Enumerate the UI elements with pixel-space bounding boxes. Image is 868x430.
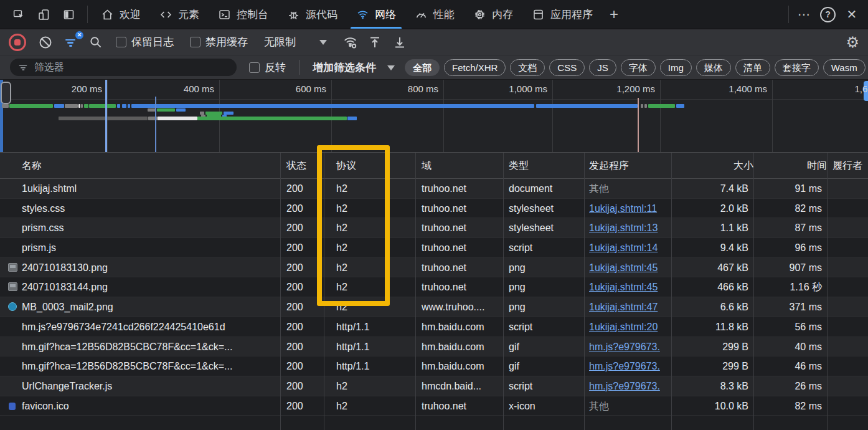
filter-pill-Img[interactable]: Img (660, 59, 692, 76)
column-header-name[interactable]: 名称 (0, 153, 302, 179)
column-header-status[interactable]: 状态 (280, 153, 330, 179)
initiator-link[interactable]: 1ukijaj.shtml:11 (589, 203, 657, 214)
initiator-link[interactable]: 1ukijaj.shtml:13 (589, 222, 658, 233)
request-row[interactable]: styles.css200h2truhoo.netstylesheet1ukij… (0, 199, 868, 219)
request-row[interactable]: MB_0003_mail2.png200h2www.truhoo....png1… (0, 297, 868, 317)
more-options-icon[interactable]: ⋯ (793, 4, 815, 25)
disable-cache-checkbox[interactable]: 禁用缓存 (190, 35, 248, 49)
request-row[interactable]: 1ukijaj.shtml200h2truhoo.netdocument其他7.… (0, 179, 868, 199)
request-row[interactable]: UrlChangeTracker.js200h2hmcdn.baid...scr… (0, 376, 868, 396)
request-status: 200 (280, 396, 324, 416)
add-tab-button[interactable]: + (602, 0, 626, 29)
add-filter-dropdown[interactable]: 增加筛选条件 (313, 60, 376, 75)
request-name: 240710183144.png (0, 277, 280, 297)
network-overview-timeline[interactable]: 200 ms400 ms600 ms800 ms1,000 ms1,200 ms… (0, 80, 868, 153)
help-icon[interactable]: ? (820, 7, 836, 22)
initiator-link[interactable]: 1ukijaj.shtml:20 (589, 322, 658, 332)
network-conditions-icon[interactable] (339, 33, 361, 52)
filter-pill-Wasm[interactable]: Wasm (823, 59, 866, 76)
dom-content-loaded-marker-line (105, 80, 107, 152)
record-network-log-button[interactable] (9, 34, 26, 51)
filter-icon[interactable]: ✕ (60, 33, 81, 52)
initiator-link[interactable]: hm.js?e979673. (589, 342, 660, 352)
tab-console[interactable]: 控制台 (209, 0, 278, 29)
tab-performance[interactable]: 性能 (405, 0, 464, 29)
column-header-initiator[interactable]: 发起程序 (584, 153, 676, 179)
request-protocol: http/1.1 (324, 317, 415, 337)
throttling-dropdown-arrow[interactable] (319, 40, 327, 45)
window-controls: ⋯ ? ✕ (793, 4, 868, 25)
request-type: png (503, 258, 584, 277)
dock-side-button[interactable] (57, 4, 80, 25)
filter-pill-JS[interactable]: JS (589, 59, 616, 76)
waterfall-bar-green (84, 104, 88, 108)
filter-pill-套接字[interactable]: 套接字 (775, 59, 819, 76)
filter-pill-Fetch/XHR[interactable]: Fetch/XHR (444, 59, 506, 76)
request-row[interactable]: prism.js200h2truhoo.netscript1ukijaj.sht… (0, 238, 868, 258)
network-settings-gear-icon[interactable]: ⚙ (846, 34, 859, 51)
search-icon[interactable] (85, 33, 106, 52)
request-type: stylesheet (503, 218, 584, 237)
initiator-link[interactable]: 1ukijaj.shtml:45 (589, 282, 658, 292)
request-time: 96 ms (753, 238, 827, 257)
request-status: 200 (280, 199, 324, 218)
import-har-icon[interactable] (364, 33, 385, 52)
tab-application[interactable]: 应用程序 (522, 0, 602, 29)
tab-welcome[interactable]: 欢迎 (92, 0, 150, 29)
close-icon[interactable]: ✕ (841, 4, 863, 25)
invert-filter-checkbox[interactable]: 反转 (249, 60, 286, 75)
filter-pill-文档[interactable]: 文档 (510, 59, 545, 76)
filter-pill-全部[interactable]: 全部 (405, 59, 440, 76)
tab-network[interactable]: 网络 (347, 0, 405, 29)
initiator-link[interactable]: 1ukijaj.shtml:47 (589, 302, 658, 312)
dom-content-loaded-secondary-marker-line (155, 97, 156, 152)
request-name: 240710183130.png (0, 258, 280, 277)
tab-sources[interactable]: 源代码 (278, 0, 347, 29)
request-type: png (503, 277, 584, 297)
waterfall-bar-green (197, 117, 347, 120)
timeline-tick-label: 400 ms (139, 84, 214, 94)
inspect-icon (12, 8, 26, 21)
tab-elements[interactable]: 元素 (150, 0, 209, 29)
request-row[interactable]: prism.css200h2truhoo.netstylesheet1ukija… (0, 218, 868, 238)
request-time: 46 ms (753, 356, 827, 376)
add-filter-dropdown-arrow[interactable] (387, 65, 395, 70)
column-header-size[interactable]: 大小 (671, 153, 758, 179)
initiator-link[interactable]: hm.js?e979673. (589, 361, 660, 371)
request-row[interactable]: hm.gif?hca=12B56D82B5CBC78F&cc=1&ck=...2… (0, 356, 868, 376)
filter-input[interactable]: 筛选器 (10, 59, 237, 76)
initiator-link[interactable]: 1ukijaj.shtml:45 (589, 262, 658, 273)
inspect-element-button[interactable] (7, 4, 30, 25)
request-type: gif (503, 356, 584, 376)
panel-tabs: 欢迎元素控制台源代码网络性能内存应用程序+ (92, 0, 785, 29)
tab-memory[interactable]: 内存 (464, 0, 522, 29)
column-header-type[interactable]: 类型 (503, 153, 590, 179)
waterfall-bar-white (158, 117, 197, 120)
filter-pill-媒体[interactable]: 媒体 (696, 59, 731, 76)
request-row[interactable]: favicon.ico200h2truhoo.netx-icon其他10.0 k… (0, 396, 868, 416)
column-header-waterfall[interactable]: 履行者 (827, 153, 868, 179)
record-icon (14, 39, 21, 45)
request-name: prism.js (0, 238, 280, 257)
request-row[interactable]: hm.js?e9796734e7241cd266f224425410e61d20… (0, 317, 868, 337)
clear-network-log-icon[interactable] (35, 33, 56, 52)
request-time: 907 ms (753, 258, 827, 277)
initiator-link[interactable]: hm.js?e979673. (589, 381, 660, 391)
filter-pill-清单[interactable]: 清单 (735, 59, 770, 76)
filter-pill-CSS[interactable]: CSS (549, 59, 585, 76)
request-initiator: 1ukijaj.shtml:14 (584, 238, 671, 257)
filter-pill-字体[interactable]: 字体 (621, 59, 656, 76)
column-header-protocol[interactable]: 协议 (324, 153, 428, 179)
initiator-link[interactable]: 1ukijaj.shtml:14 (589, 242, 658, 253)
device-emulation-button[interactable] (32, 4, 55, 25)
throttling-select[interactable]: 无限制 (264, 35, 296, 49)
column-header-domain[interactable]: 域 (415, 153, 509, 179)
request-row[interactable]: 240710183130.png200h2truhoo.netpng1ukija… (0, 258, 868, 278)
request-row[interactable]: 240710183144.png200h2truhoo.netpng1ukija… (0, 277, 868, 297)
export-har-icon[interactable] (389, 33, 410, 52)
overview-left-grip[interactable] (1, 82, 11, 104)
column-header-time[interactable]: 时间 (753, 153, 832, 179)
request-protocol: h2 (324, 277, 415, 297)
request-row[interactable]: hm.gif?hca=12B56D82B5CBC78F&cc=1&ck=...2… (0, 337, 868, 357)
preserve-log-checkbox[interactable]: 保留日志 (116, 35, 174, 49)
